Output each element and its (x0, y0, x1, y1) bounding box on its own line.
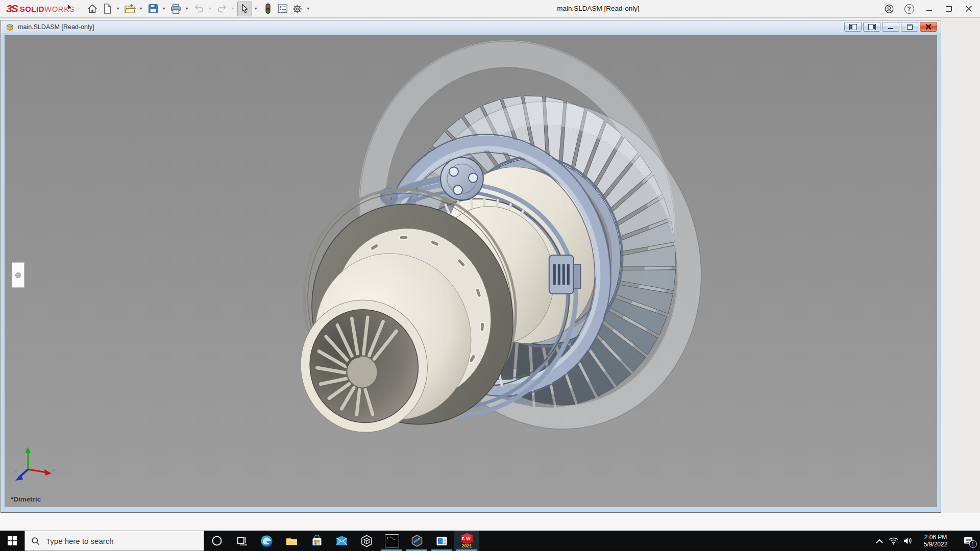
notification-icon: 1 (964, 537, 973, 545)
app-window-controls: ? (884, 0, 974, 17)
app-background-strip (0, 513, 980, 531)
open-document-button[interactable] (122, 2, 137, 16)
document-window: main.SLDASM [Read-only] (1, 20, 941, 513)
new-document-dropdown[interactable] (114, 2, 121, 16)
solidworks-2021-icon: SW 2021 (460, 533, 474, 549)
save-dropdown[interactable] (160, 2, 167, 16)
app-close-button[interactable] (964, 4, 974, 14)
taskbar-mail-button[interactable] (329, 531, 354, 551)
traffic-light-icon (263, 3, 273, 15)
file-explorer-icon (285, 535, 298, 547)
file-properties-icon (277, 3, 288, 14)
redo-dropdown[interactable] (229, 2, 236, 16)
taskbar-file-explorer-button[interactable] (279, 531, 304, 551)
taskbar-3d-viewer-button[interactable] (354, 531, 379, 551)
open-folder-icon (124, 3, 136, 15)
mail-icon (335, 535, 348, 547)
composer-hexagon-icon (410, 534, 424, 547)
select-tool-button[interactable] (237, 2, 252, 16)
cortana-icon (211, 535, 223, 546)
assembly-icon (6, 23, 14, 31)
options-gear-icon (291, 3, 303, 15)
app-minimize-button[interactable] (924, 4, 934, 14)
doc-close-button[interactable] (920, 22, 937, 32)
pane-toggle-right-button[interactable] (863, 22, 880, 32)
doc-restore-button[interactable] (901, 22, 918, 32)
save-button[interactable] (145, 2, 160, 16)
triad-y-label: y (25, 447, 28, 452)
print-dropdown[interactable] (183, 2, 190, 16)
document-title: main.SLDASM [Read-only] (18, 23, 94, 31)
speaker-icon (903, 537, 913, 545)
windows-start-icon (8, 536, 17, 545)
select-tool-dropdown[interactable] (252, 2, 259, 16)
triad-x-label: x (53, 467, 55, 472)
taskbar-media-app-button[interactable] (429, 531, 454, 551)
brand-solid: SOLID (20, 5, 44, 13)
undo-button[interactable] (191, 2, 206, 16)
taskbar-composer-button[interactable] (404, 531, 429, 551)
graphics-viewport[interactable]: y x z *Dimetric (1, 33, 941, 512)
redo-button[interactable] (214, 2, 229, 16)
clock-time: 2:06 PM (918, 534, 953, 541)
doc-minimize-button[interactable] (882, 22, 899, 32)
file-properties-button[interactable] (275, 2, 290, 16)
3d-viewer-icon (360, 535, 373, 547)
triad-z-label: z (15, 468, 17, 473)
options-dropdown[interactable] (305, 2, 311, 16)
options-button[interactable] (290, 2, 305, 16)
undo-icon (193, 3, 205, 14)
close-icon (965, 5, 973, 13)
account-icon (884, 4, 894, 14)
pane-toggle-left-button[interactable] (844, 22, 862, 32)
new-document-button[interactable] (100, 2, 114, 16)
save-floppy-icon (148, 3, 159, 14)
help-button[interactable]: ? (904, 4, 914, 14)
doc-close-icon (925, 24, 932, 30)
home-button[interactable] (85, 2, 100, 16)
search-icon (31, 537, 40, 545)
print-button[interactable] (168, 2, 183, 16)
task-view-icon (236, 535, 248, 546)
command-prompt-icon: C:\_ (385, 534, 399, 547)
media-app-icon (435, 535, 448, 547)
app-titlebar: 3S SOLIDWORKS (0, 0, 980, 18)
taskbar-store-button[interactable] (304, 531, 329, 551)
wifi-icon (889, 537, 898, 545)
taskbar-cortana-button[interactable] (204, 531, 229, 551)
taskbar-search[interactable] (24, 531, 204, 551)
menu-flyout-arrow-icon[interactable] (68, 5, 71, 10)
document-window-controls (844, 22, 937, 32)
document-titlebar[interactable]: main.SLDASM [Read-only] (1, 20, 941, 33)
undo-dropdown[interactable] (206, 2, 213, 16)
minimize-icon (926, 10, 932, 11)
taskbar-solidworks-button[interactable]: SW 2021 (454, 531, 479, 551)
microsoft-store-icon (311, 535, 323, 547)
taskbar-command-prompt-button[interactable]: C:\_ (379, 531, 404, 551)
taskbar-task-view-button[interactable] (229, 531, 254, 551)
traffic-light-button[interactable] (260, 2, 275, 16)
start-button[interactable] (0, 531, 24, 551)
open-document-dropdown[interactable] (137, 2, 144, 16)
pane-right-icon (868, 24, 876, 30)
account-button[interactable] (884, 4, 894, 14)
taskbar-clock[interactable]: 2:06 PM 5/9/2022 (918, 534, 953, 548)
solidworks-logo: 3S SOLIDWORKS (6, 3, 75, 15)
tray-network-button[interactable] (886, 531, 900, 551)
reference-triad: y x z (15, 446, 58, 483)
tray-volume-button[interactable] (900, 531, 915, 551)
doc-restore-icon (907, 24, 913, 30)
view-orientation-label: *Dimetric (11, 495, 41, 503)
3d-model-jet-engine[interactable] (5, 35, 937, 507)
notification-center-button[interactable]: 1 (957, 531, 980, 551)
feature-pane-collapse-handle[interactable] (12, 262, 24, 288)
tray-overflow-button[interactable] (873, 531, 886, 551)
home-icon (87, 3, 98, 14)
edge-icon (260, 535, 273, 547)
search-input[interactable] (45, 536, 190, 546)
taskbar-edge-button[interactable] (254, 531, 279, 551)
pane-left-icon (849, 24, 857, 30)
app-restore-button[interactable] (944, 4, 954, 14)
taskbar-spacer (479, 531, 873, 551)
notification-count-badge: 1 (969, 540, 977, 548)
